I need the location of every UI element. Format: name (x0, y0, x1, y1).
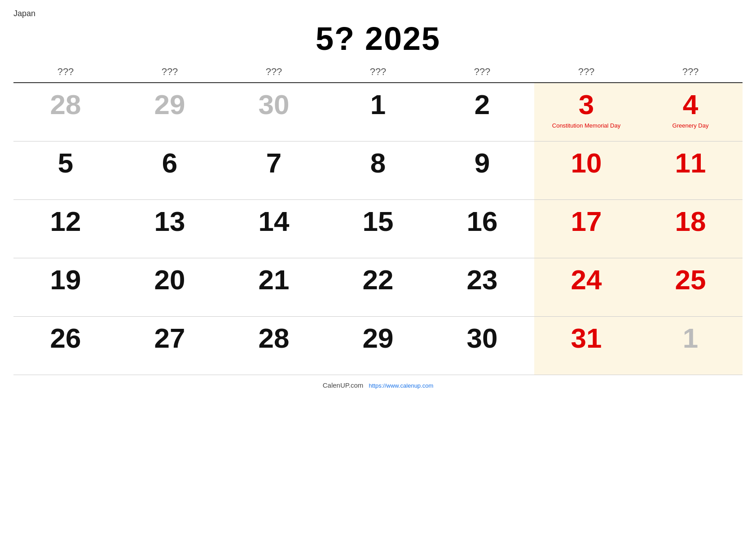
calendar-day[interactable]: 1 (326, 83, 430, 141)
weekday-header-0: ??? (13, 62, 118, 83)
calendar-day[interactable]: 13 (118, 199, 222, 258)
calendar-day[interactable]: 3Constitution Memorial Day (534, 83, 638, 141)
calendar-day[interactable]: 30 (222, 83, 326, 141)
calendar-day[interactable]: 10 (534, 141, 638, 199)
calendar-day[interactable]: 29 (326, 316, 430, 375)
calendar-day[interactable]: 20 (118, 258, 222, 316)
calendar-day[interactable]: 14 (222, 199, 326, 258)
calendar-day[interactable]: 15 (326, 199, 430, 258)
calendar-day[interactable]: 18 (638, 199, 743, 258)
weekday-header-5: ??? (534, 62, 638, 83)
calendar-day[interactable]: 8 (326, 141, 430, 199)
calendar-day[interactable]: 25 (638, 258, 743, 316)
calendar-day[interactable]: 4Greenery Day (638, 83, 743, 141)
calendar-day[interactable]: 22 (326, 258, 430, 316)
calendar-day[interactable]: 12 (13, 199, 118, 258)
weekday-header-2: ??? (222, 62, 326, 83)
country-label: Japan (13, 9, 743, 18)
calendar-day[interactable]: 28 (222, 316, 326, 375)
weekday-header-6: ??? (638, 62, 743, 83)
calendar-day[interactable]: 23 (430, 258, 534, 316)
footer-site: CalenUP.com (323, 381, 364, 389)
footer-url: https://www.calenup.com (369, 382, 433, 389)
calendar-day[interactable]: 29 (118, 83, 222, 141)
weekday-header-4: ??? (430, 62, 534, 83)
calendar-day[interactable]: 21 (222, 258, 326, 316)
month-title: 5? 2025 (13, 20, 743, 57)
footer: CalenUP.com https://www.calenup.com (13, 381, 743, 389)
calendar-day[interactable]: 31 (534, 316, 638, 375)
calendar-day[interactable]: 27 (118, 316, 222, 375)
calendar-day[interactable]: 7 (222, 141, 326, 199)
calendar-day[interactable]: 30 (430, 316, 534, 375)
weekday-header-1: ??? (118, 62, 222, 83)
calendar-day[interactable]: 26 (13, 316, 118, 375)
calendar-day[interactable]: 11 (638, 141, 743, 199)
calendar-table: ????????????????????? 282930123Constitut… (13, 62, 743, 375)
calendar-day[interactable]: 24 (534, 258, 638, 316)
calendar-day[interactable]: 16 (430, 199, 534, 258)
calendar-day[interactable]: 6 (118, 141, 222, 199)
calendar-day[interactable]: 28 (13, 83, 118, 141)
calendar-day[interactable]: 9 (430, 141, 534, 199)
calendar-day[interactable]: 2 (430, 83, 534, 141)
calendar-day[interactable]: 5 (13, 141, 118, 199)
calendar-day[interactable]: 17 (534, 199, 638, 258)
calendar-day[interactable]: 19 (13, 258, 118, 316)
weekday-header-3: ??? (326, 62, 430, 83)
calendar-day[interactable]: 1 (638, 316, 743, 375)
